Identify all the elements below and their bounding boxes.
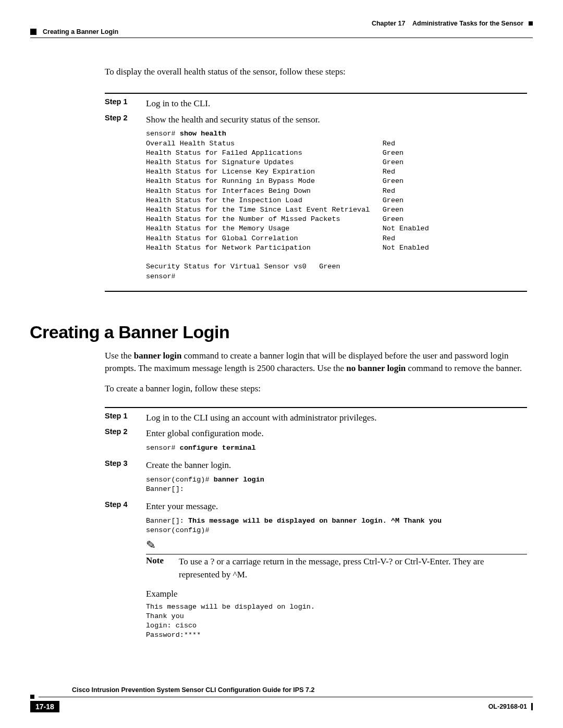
page-number: 17-18 <box>30 701 59 712</box>
command-name: no banner login <box>346 363 406 373</box>
cli-block: sensor# show health Overall Health Statu… <box>146 129 527 281</box>
example-label: Example <box>146 589 527 599</box>
cli-command: This message will be displayed on banner… <box>188 517 442 525</box>
cli-block: sensor# configure terminal <box>146 443 527 453</box>
step-row: Step 1 Log in to the CLI using an accoun… <box>105 412 527 425</box>
step-separator <box>105 407 527 408</box>
header-rule <box>30 38 533 38</box>
step-text: Log in to the CLI using an account with … <box>146 412 527 425</box>
guide-title: Cisco Intrusion Prevention System Sensor… <box>72 686 533 694</box>
page-footer: Cisco Intrusion Prevention System Sensor… <box>30 686 533 712</box>
section-health-status: To display the overall health status of … <box>105 67 527 292</box>
section-crumb: Creating a Banner Login <box>43 28 118 35</box>
step-label: Step 1 <box>105 97 133 106</box>
cli-block: sensor(config)# banner login Banner[]: <box>146 475 527 494</box>
footer-bar-icon <box>531 703 533 710</box>
running-header: Chapter 17 Administrative Tasks for the … <box>30 20 533 27</box>
cli-prompt: sensor# <box>146 130 180 138</box>
step-text: Show the health and security status of t… <box>146 114 527 127</box>
cli-command: show health <box>180 130 226 138</box>
step-label: Step 2 <box>105 114 133 122</box>
section-banner-login: Use the banner login command to create a… <box>105 350 527 644</box>
step-text: Enter your message. <box>146 500 527 513</box>
cli-prompt: Banner[]: <box>146 517 188 525</box>
section-heading: Creating a Banner Login <box>30 322 533 342</box>
document-id: OL-29168-01 <box>488 703 533 710</box>
step-row: Step 3 Create the banner login. sensor(c… <box>105 459 527 497</box>
cli-output: Banner[]: <box>146 485 184 493</box>
step-label: Step 2 <box>105 427 133 436</box>
paragraph: Use the banner login command to create a… <box>105 350 527 375</box>
chapter-title: Administrative Tasks for the Sensor <box>412 20 523 27</box>
step-label: Step 1 <box>105 412 133 420</box>
command-name: banner login <box>134 351 182 361</box>
page: Chapter 17 Administrative Tasks for the … <box>0 0 563 728</box>
note-rule <box>146 554 527 554</box>
cli-prompt: sensor# <box>146 444 180 452</box>
section-marker-icon <box>30 29 36 35</box>
intro-text: To display the overall health status of … <box>105 67 527 77</box>
step-row: Step 1 Log in to the CLI. <box>105 97 527 110</box>
chapter-label: Chapter 17 <box>372 20 406 27</box>
footer-marker-icon <box>30 695 34 699</box>
step-text: Log in to the CLI. <box>146 97 527 110</box>
cli-output: sensor(config)# <box>146 526 210 534</box>
running-subheader: Creating a Banner Login <box>30 28 533 35</box>
note-text: To use a ? or a carriage return in the m… <box>179 556 527 581</box>
step-text: Create the banner login. <box>146 459 527 472</box>
pencil-icon: ✎ <box>145 538 156 552</box>
footer-rule <box>39 697 533 697</box>
note-icon-row: ✎ <box>146 538 527 551</box>
step-label: Step 3 <box>105 459 133 467</box>
step-separator <box>105 291 527 292</box>
header-marker-icon <box>529 21 533 26</box>
step-row: Step 4 Enter your message. Banner[]: Thi… <box>105 500 527 643</box>
note-block: Note To use a ? or a carriage return in … <box>146 556 527 581</box>
paragraph: To create a banner login, follow these s… <box>105 382 527 396</box>
step-row: Step 2 Enter global configuration mode. … <box>105 427 527 456</box>
cli-block: This message will be displayed on login.… <box>146 602 527 640</box>
step-text: Enter global configuration mode. <box>146 427 527 440</box>
step-row: Step 2 Show the health and security stat… <box>105 114 527 285</box>
step-label: Step 4 <box>105 500 133 509</box>
cli-command: configure terminal <box>180 444 256 452</box>
cli-prompt: sensor(config)# <box>146 476 214 484</box>
note-label: Note <box>146 556 169 566</box>
cli-block: Banner[]: This message will be displayed… <box>146 516 527 535</box>
step-separator <box>105 93 527 94</box>
cli-command: banner login <box>214 476 264 484</box>
cli-output: Overall Health Status Red Health Status … <box>146 140 429 280</box>
